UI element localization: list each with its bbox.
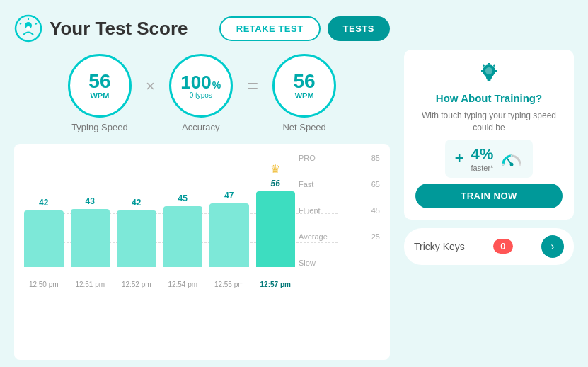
- bar-2-value: 43: [86, 196, 95, 206]
- right-spacer: [404, 14, 574, 41]
- time-6: 12:57 pm: [256, 281, 296, 288]
- y-num-45: 45: [371, 206, 380, 215]
- wpm-value: 56: [88, 72, 110, 91]
- header: Your Test Score RETAKE TEST TESTS: [14, 14, 390, 43]
- svg-line-4: [35, 23, 37, 24]
- tricky-keys-arrow-button[interactable]: ›: [541, 235, 564, 258]
- tests-button[interactable]: TESTS: [328, 16, 390, 41]
- arrow-right-icon: ›: [550, 240, 554, 253]
- page-title: Your Test Score: [50, 18, 188, 40]
- train-now-button[interactable]: TRAIN NOW: [415, 184, 563, 208]
- time-labels: 12:50 pm 12:51 pm 12:52 pm 12:54 pm 12:5…: [24, 281, 295, 288]
- bar-6-rect: [256, 191, 296, 267]
- y-num-65: 65: [371, 180, 380, 188]
- wpm-unit: WPM: [90, 91, 109, 100]
- y-level-fast: Fast 65: [299, 180, 380, 188]
- y-label-pro: PRO: [299, 154, 316, 162]
- bars-area: 42 43 42 45: [24, 154, 295, 267]
- y-label-average: Average: [299, 232, 328, 241]
- bar-4-value: 45: [178, 193, 188, 203]
- svg-point-19: [519, 163, 521, 165]
- retake-button[interactable]: RETAKE TEST: [219, 16, 321, 41]
- chart-container: 42 43 42 45: [14, 144, 390, 360]
- bar-5-rect: [209, 203, 249, 267]
- left-panel: Your Test Score RETAKE TEST TESTS 56 WPM…: [14, 14, 390, 360]
- net-circle: 56 WPM: [272, 54, 336, 118]
- y-num-85: 85: [371, 154, 380, 162]
- training-speed-row: + 4% faster*: [445, 140, 534, 178]
- accuracy-score-item: 100 % 0 typos Accuracy: [169, 54, 233, 132]
- y-level-fluent: Fluent 45: [299, 206, 380, 215]
- header-buttons: RETAKE TEST TESTS: [219, 16, 390, 41]
- tricky-keys-label: Tricky Keys: [414, 241, 465, 252]
- bar-6-value: 56: [271, 179, 280, 188]
- bar-2-rect: [71, 209, 110, 267]
- training-card: How About Training? With touch typing yo…: [404, 50, 574, 220]
- net-score-item: 56 WPM Net Speed: [272, 54, 336, 132]
- svg-point-10: [485, 67, 492, 74]
- accuracy-value: 100: [180, 73, 211, 91]
- time-4: 12:54 pm: [163, 281, 203, 288]
- time-2: 12:51 pm: [71, 281, 110, 288]
- score-icon: [14, 14, 42, 43]
- multiply-sign: ×: [146, 77, 155, 96]
- bar-3-value: 42: [132, 198, 141, 208]
- bar-2: 43: [71, 196, 110, 267]
- y-axis: PRO 85 Fast 65 Fluent 45 Average 25: [299, 154, 380, 267]
- svg-line-14: [494, 65, 495, 67]
- y-level-slow: Slow: [299, 259, 380, 267]
- y-num-25: 25: [371, 232, 380, 241]
- svg-point-18: [502, 163, 505, 165]
- bar-1-value: 42: [39, 198, 48, 208]
- training-subtitle: With touch typing your typing speed coul…: [415, 110, 563, 134]
- wpm-circle: 56 WPM: [68, 54, 132, 118]
- bar-3-rect: [117, 210, 156, 267]
- chart-inner: 42 43 42 45: [24, 154, 380, 288]
- bar-5-value: 47: [224, 191, 234, 201]
- title-area: Your Test Score: [14, 14, 188, 43]
- svg-line-15: [483, 65, 485, 67]
- tricky-keys-badge: 0: [493, 239, 512, 254]
- net-label: Net Speed: [282, 122, 325, 132]
- training-title: How About Training?: [436, 92, 542, 104]
- speedometer-icon: [500, 149, 523, 169]
- right-panel: How About Training? With touch typing yo…: [404, 14, 574, 360]
- y-level-pro: PRO 85: [299, 154, 380, 162]
- bar-3: 42: [117, 198, 156, 267]
- bar-1-rect: [24, 210, 64, 267]
- time-1: 12:50 pm: [24, 281, 64, 288]
- time-3: 12:52 pm: [117, 281, 156, 288]
- accuracy-label: Accuracy: [182, 122, 219, 132]
- main-container: Your Test Score RETAKE TEST TESTS 56 WPM…: [0, 0, 588, 367]
- crown-icon: ♛: [270, 162, 280, 176]
- plus-sign: +: [455, 149, 464, 168]
- equals-sign: =: [247, 75, 258, 98]
- y-label-slow: Slow: [299, 259, 316, 267]
- net-unit: WPM: [295, 91, 314, 100]
- faster-label: faster*: [471, 164, 494, 172]
- bar-5: 47: [209, 191, 249, 267]
- wpm-label: Typing Speed: [71, 122, 128, 132]
- time-5: 12:55 pm: [209, 281, 249, 288]
- bar-1: 42: [24, 198, 64, 267]
- score-row: 56 WPM Typing Speed × 100 % 0 typos Accu…: [14, 54, 390, 132]
- lightbulb-icon: [476, 61, 502, 86]
- svg-line-17: [507, 159, 512, 164]
- net-value: 56: [294, 72, 316, 91]
- faster-percent: 4%: [471, 145, 494, 164]
- svg-rect-9: [488, 79, 491, 81]
- svg-line-5: [20, 23, 21, 24]
- bar-6: ♛ 56: [256, 162, 296, 267]
- wpm-score-item: 56 WPM Typing Speed: [68, 54, 132, 132]
- y-label-fast: Fast: [299, 180, 313, 188]
- accuracy-typos: 0 typos: [190, 91, 212, 99]
- tricky-keys-card: Tricky Keys 0 ›: [404, 228, 574, 265]
- svg-point-20: [511, 154, 513, 157]
- svg-point-2: [26, 26, 30, 30]
- y-label-fluent: Fluent: [299, 206, 321, 215]
- y-level-average: Average 25: [299, 232, 380, 241]
- accuracy-circle: 100 % 0 typos: [169, 54, 233, 118]
- accuracy-pct: %: [212, 79, 221, 91]
- bar-4-rect: [163, 206, 203, 267]
- bar-4: 45: [163, 193, 203, 267]
